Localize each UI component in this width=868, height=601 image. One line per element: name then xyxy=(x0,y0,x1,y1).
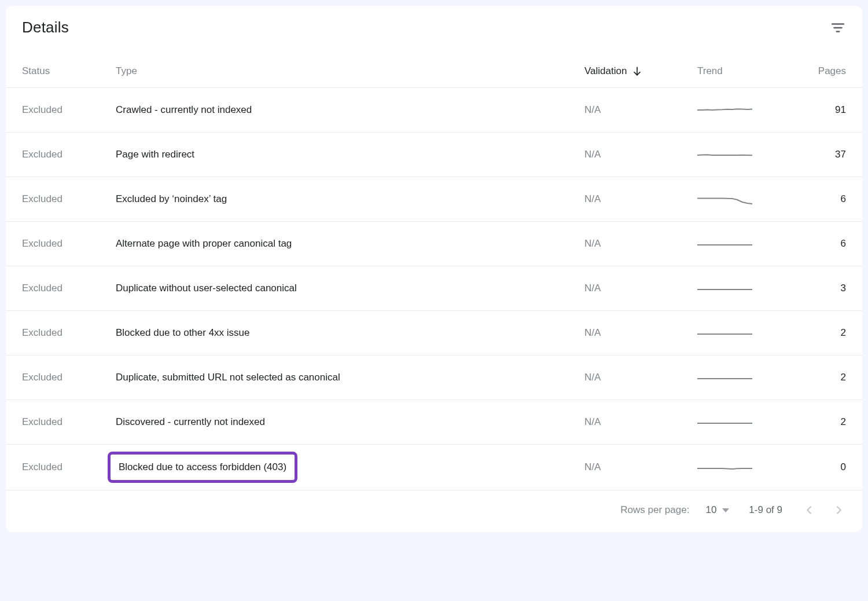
cell-trend xyxy=(692,400,804,445)
cell-validation: N/A xyxy=(579,177,692,222)
sparkline-icon xyxy=(697,414,752,430)
pagination: Rows per page: 10 1-9 of 9 xyxy=(6,490,862,532)
cell-status: Excluded xyxy=(6,356,110,400)
col-header-validation-label: Validation xyxy=(584,65,627,77)
cell-validation: N/A xyxy=(579,400,692,445)
rows-per-page-value: 10 xyxy=(705,504,716,516)
col-header-trend[interactable]: Trend xyxy=(692,57,804,88)
table-row[interactable]: ExcludedExcluded by ‘noindex’ tagN/A6 xyxy=(6,177,862,222)
table-row[interactable]: ExcludedDuplicate without user-selected … xyxy=(6,266,862,311)
cell-pages: 2 xyxy=(804,311,862,356)
cell-status: Excluded xyxy=(6,133,110,177)
cell-type: Blocked due to access forbidden (403) xyxy=(110,445,579,490)
cell-pages: 37 xyxy=(804,133,862,177)
cell-pages: 3 xyxy=(804,266,862,311)
cell-status: Excluded xyxy=(6,311,110,356)
cell-pages: 91 xyxy=(804,88,862,133)
table-row[interactable]: ExcludedPage with redirectN/A37 xyxy=(6,133,862,177)
sparkline-icon xyxy=(697,459,752,475)
sparkline-icon xyxy=(697,236,752,252)
sparkline-icon xyxy=(697,325,752,341)
cell-status: Excluded xyxy=(6,177,110,222)
col-header-status-label: Status xyxy=(22,65,50,76)
sparkline-icon xyxy=(697,146,752,163)
cell-status: Excluded xyxy=(6,445,110,490)
cell-status: Excluded xyxy=(6,88,110,133)
cell-validation: N/A xyxy=(579,222,692,266)
col-header-pages-label: Pages xyxy=(818,65,846,76)
cell-type: Excluded by ‘noindex’ tag xyxy=(110,177,579,222)
details-card: Details Status Type Validation xyxy=(6,6,862,532)
cell-validation: N/A xyxy=(579,356,692,400)
chevron-left-icon xyxy=(803,504,815,516)
cell-pages: 2 xyxy=(804,400,862,445)
pagination-range: 1-9 of 9 xyxy=(749,504,782,516)
cell-type: Duplicate, submitted URL not selected as… xyxy=(110,356,579,400)
cell-type: Alternate page with proper canonical tag xyxy=(110,222,579,266)
sparkline-icon xyxy=(697,280,752,296)
sparkline-icon xyxy=(697,369,752,386)
sort-arrow-down-icon xyxy=(631,65,643,77)
col-header-trend-label: Trend xyxy=(697,65,723,76)
cell-status: Excluded xyxy=(6,222,110,266)
card-header: Details xyxy=(6,6,862,57)
col-header-validation[interactable]: Validation xyxy=(579,57,692,88)
col-header-type[interactable]: Type xyxy=(110,57,579,88)
cell-type: Crawled - currently not indexed xyxy=(110,88,579,133)
cell-trend xyxy=(692,133,804,177)
cell-pages: 6 xyxy=(804,222,862,266)
details-table: Status Type Validation Trend Pages xyxy=(6,57,862,490)
sparkline-icon xyxy=(697,191,752,207)
col-header-pages[interactable]: Pages xyxy=(804,57,862,88)
table-row[interactable]: ExcludedDuplicate, submitted URL not sel… xyxy=(6,356,862,400)
cell-trend xyxy=(692,445,804,490)
table-row[interactable]: ExcludedDiscovered - currently not index… xyxy=(6,400,862,445)
cell-trend xyxy=(692,177,804,222)
cell-trend xyxy=(692,266,804,311)
cell-validation: N/A xyxy=(579,88,692,133)
chevron-right-icon xyxy=(833,504,845,516)
table-row[interactable]: ExcludedCrawled - currently not indexedN… xyxy=(6,88,862,133)
col-header-status[interactable]: Status xyxy=(6,57,110,88)
table-header-row: Status Type Validation Trend Pages xyxy=(6,57,862,88)
table-row[interactable]: ExcludedBlocked due to access forbidden … xyxy=(6,445,862,490)
prev-page-button[interactable] xyxy=(802,503,816,517)
cell-type: Duplicate without user-selected canonica… xyxy=(110,266,579,311)
filter-icon xyxy=(830,20,845,35)
rows-per-page-select[interactable]: 10 xyxy=(705,504,729,516)
sparkline-icon xyxy=(697,102,752,118)
highlight-box: Blocked due to access forbidden (403) xyxy=(108,452,297,483)
cell-status: Excluded xyxy=(6,266,110,311)
cell-trend xyxy=(692,356,804,400)
cell-validation: N/A xyxy=(579,266,692,311)
card-title: Details xyxy=(22,19,69,36)
table-row[interactable]: ExcludedBlocked due to other 4xx issueN/… xyxy=(6,311,862,356)
cell-trend xyxy=(692,88,804,133)
table-row[interactable]: ExcludedAlternate page with proper canon… xyxy=(6,222,862,266)
cell-trend xyxy=(692,311,804,356)
cell-pages: 0 xyxy=(804,445,862,490)
cell-trend xyxy=(692,222,804,266)
cell-type: Discovered - currently not indexed xyxy=(110,400,579,445)
dropdown-triangle-icon xyxy=(722,508,729,512)
col-header-type-label: Type xyxy=(116,65,137,76)
cell-type: Blocked due to other 4xx issue xyxy=(110,311,579,356)
cell-validation: N/A xyxy=(579,133,692,177)
cell-pages: 6 xyxy=(804,177,862,222)
rows-per-page-label: Rows per page: xyxy=(620,504,689,516)
filter-button[interactable] xyxy=(830,20,846,36)
cell-pages: 2 xyxy=(804,356,862,400)
cell-status: Excluded xyxy=(6,400,110,445)
next-page-button[interactable] xyxy=(832,503,846,517)
cell-type: Page with redirect xyxy=(110,133,579,177)
cell-validation: N/A xyxy=(579,445,692,490)
cell-validation: N/A xyxy=(579,311,692,356)
